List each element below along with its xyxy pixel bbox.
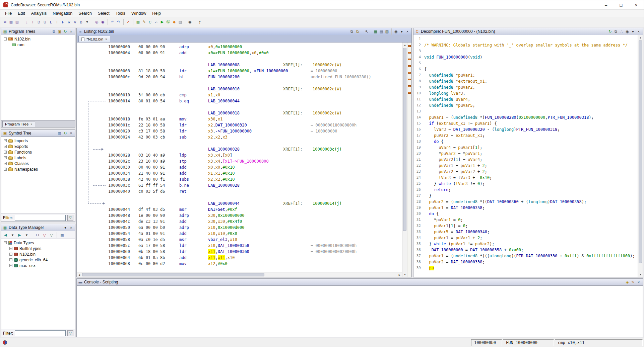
listing-line[interactable]: 1000000506a 00 00 b0adrpx10,0x10000d000	[77, 225, 402, 231]
decompile-line[interactable]: 39 pu	[413, 265, 638, 271]
graph-icon[interactable]: ∴	[619, 29, 624, 34]
data-table-icon[interactable]: ▦	[135, 19, 141, 25]
listing-line[interactable]: 10000000400 00 00 91addx0=>FUN_100000000…	[77, 50, 402, 56]
decompile-line[interactable]: 18 do {	[413, 139, 638, 145]
clear-console-icon[interactable]: ✎	[630, 279, 636, 285]
menu-navigation[interactable]: Navigation	[50, 10, 75, 17]
close-icon[interactable]: ×	[106, 37, 107, 41]
scrollbar-thumb[interactable]	[639, 40, 642, 263]
expand-icon[interactable]: +	[9, 253, 12, 256]
expand-icon[interactable]: +	[9, 264, 12, 267]
decompile-line[interactable]: 24 lVar3 = lVar3 + -0x10;	[413, 175, 638, 181]
decompile-line[interactable]: 32 puVar1[1] = 0;	[413, 223, 638, 229]
decompile-vscrollbar[interactable]: ▲ ▼	[638, 35, 643, 277]
listing-line[interactable]: 10000000000 00 00 90adrpx0,0x100000000	[77, 44, 402, 50]
listing-label-line[interactable]: LAB_100000008XREF[1]:10000002c(W)	[77, 62, 402, 68]
paste-icon[interactable]: ⧉	[355, 29, 360, 34]
decompile-line[interactable]: 6{	[413, 66, 638, 72]
tree-node-ram[interactable]: ram	[2, 42, 74, 48]
decompile-line[interactable]: 7 undefined8 *puVar1;	[413, 72, 638, 78]
decompile-line[interactable]: 8 undefined8 *extraout_x1;	[413, 78, 638, 84]
decompile-line[interactable]: 37 puVar1 = (undefined8 *)((ulonglong)(P…	[413, 253, 638, 259]
refresh-icon[interactable]: ↻	[607, 29, 613, 34]
listing-label-line[interactable]: LAB_100000018XREF[1]:10000002c(W)	[77, 110, 402, 116]
filter-icon[interactable]: ▽	[48, 232, 55, 238]
close-icon[interactable]: ×	[68, 131, 74, 136]
decompile-line[interactable]: 38 puVar2 = DAT_100000338;	[413, 259, 638, 265]
graph-icon[interactable]: ∴	[153, 19, 159, 25]
copy-icon[interactable]: ⧉	[349, 29, 355, 34]
listing-label-line[interactable]: LAB_100000044XREF[1]:100000014(j)	[77, 200, 402, 206]
connection-status-icon[interactable]	[3, 340, 7, 345]
scroll-down-button[interactable]: ▼	[402, 272, 407, 277]
listing-line[interactable]: 10000002442 00 03 cbsubx2,x2,x3	[77, 134, 402, 140]
expand-icon[interactable]: +	[4, 168, 7, 171]
update-icon[interactable]: Ⓤ	[166, 19, 171, 25]
decompile-line[interactable]: 34 puVar1 = puVar1 + 2;	[413, 235, 638, 241]
expand-icon[interactable]: +	[4, 156, 7, 159]
listing-line[interactable]: 10000000c9d 20 00 94blFUN_100008280undef…	[77, 74, 402, 80]
decompile-line[interactable]: 26 return;	[413, 187, 638, 193]
expand-icon[interactable]: +	[4, 139, 7, 142]
menu-select[interactable]: Select	[95, 10, 113, 17]
close-icon[interactable]: ×	[405, 29, 410, 34]
data-icon[interactable]: D	[36, 19, 42, 25]
listing-line[interactable]: 1000000646b 01 0a 8baddx11,x11,x10	[77, 255, 402, 261]
listing-line[interactable]: 10000002803 10 40 a9ldpx3,x4,[x0]	[77, 152, 402, 158]
filter-disabled-icon[interactable]: ▽	[41, 232, 48, 238]
xref-address[interactable]: 10000002c(W)	[313, 63, 342, 67]
decompile-line[interactable]: 10 longlong lVar3;	[413, 90, 638, 96]
listing-line[interactable]: 100000044df 4f 03 d5msrDAIFSet,#0xf	[77, 206, 402, 212]
expand-icon[interactable]: +	[4, 151, 7, 154]
sort-icon[interactable]: ▥	[57, 131, 62, 136]
tree-node-data-types[interactable]: − Data Types	[2, 240, 74, 246]
decompile-header[interactable]: C Decompile: FUN_100000000 - (N102.bin) …	[413, 28, 643, 35]
menu-analysis[interactable]: Analysis	[28, 10, 50, 17]
listing-label-line[interactable]: LAB_100000028XREF[1]:10000003c(j)	[77, 146, 402, 152]
scroll-left-button[interactable]: ◀	[77, 272, 82, 277]
listing-line[interactable]: 100000018fe 03 01 aamovx30,x1	[77, 116, 402, 122]
more-dropdown-icon[interactable]: ▾	[84, 19, 90, 25]
listing-label-line[interactable]: LAB_100000010XREF[1]:10000002c(W)	[77, 86, 402, 92]
decompile-line[interactable]: 19 uVar4 = puVar1[1];	[413, 145, 638, 151]
close-icon[interactable]: ×	[68, 29, 74, 34]
listing-tab[interactable]: *N102.bin ×	[78, 36, 110, 42]
validate-icon[interactable]: ✓	[126, 19, 131, 25]
decompile-line[interactable]: 12 undefined8 *puVar5;	[413, 102, 638, 108]
close-button[interactable]: ×	[629, 0, 644, 10]
program-trees-header[interactable]: ▤ Program Trees ⧉▣↻×	[1, 28, 75, 35]
symbol-tree-item-labels[interactable]: +Labels	[2, 155, 74, 161]
memory-map-icon[interactable]: ▦	[8, 19, 14, 25]
go-to-icon[interactable]: ↓	[24, 19, 29, 25]
undefine-icon[interactable]: U	[42, 19, 48, 25]
bookmarks-icon[interactable]: ▥	[14, 19, 20, 25]
decompile-line[interactable]: 1	[413, 36, 638, 42]
listing-line[interactable]: 10000004cde c3 13 91addx30,x30,#0x4f0	[77, 219, 402, 225]
listing-line[interactable]: 1000000544a 01 00 91addx10,x10,#0x0	[77, 231, 402, 237]
symbol-tree-item-classes[interactable]: +Classes	[2, 161, 74, 166]
new-tree-icon[interactable]: ⧉	[51, 29, 57, 34]
collapse-icon[interactable]: −	[4, 241, 7, 244]
label-icon[interactable]: L	[48, 19, 54, 25]
listing-header[interactable]: ≡ Listing: N102.bin ⧉⧉↖▦▤▥◉▾×	[77, 28, 411, 35]
scroll-lock-icon[interactable]: ◈	[625, 279, 630, 285]
change-marker[interactable]	[408, 59, 411, 60]
change-marker[interactable]	[408, 65, 411, 67]
dropdown-menu-icon[interactable]: ▾	[630, 29, 636, 34]
listing-line[interactable]: 10000003842 40 00 f1subsx2,x2,#0x10	[77, 176, 402, 182]
nav-forward-icon[interactable]: ▶	[16, 232, 23, 238]
xref-address[interactable]: 10000002c(W)	[313, 87, 342, 91]
scroll-up-button[interactable]: ▲	[402, 42, 407, 48]
minimize-button[interactable]: –	[598, 0, 614, 10]
change-marker[interactable]	[408, 72, 411, 74]
refresh-tree-icon[interactable]: ↻	[63, 29, 68, 34]
decompile-line[interactable]: 31 *puVar1 = 0;	[413, 217, 638, 223]
dtm-item-n102.bin[interactable]: +N102.bin	[2, 251, 74, 257]
listing-line[interactable]: 10000003c61 ff ff 54b.neLAB_100000028	[77, 182, 402, 188]
decompile-line[interactable]: 28 puVar2 = (undefined8 *)(DAT_100000360…	[413, 199, 638, 205]
scroll-down-button[interactable]: ▼	[638, 272, 643, 277]
copy-icon[interactable]: ⧉	[613, 29, 619, 34]
listing-line[interactable]: 10000001480 01 00 54b.eqLAB_100000044	[77, 98, 402, 104]
decompile-line[interactable]: 30 do {	[413, 211, 638, 217]
open-folder-icon[interactable]: ▣	[57, 29, 62, 34]
